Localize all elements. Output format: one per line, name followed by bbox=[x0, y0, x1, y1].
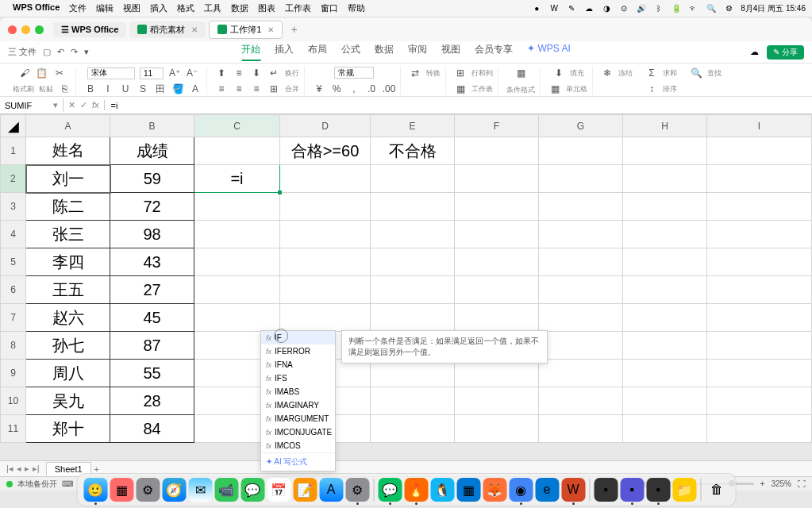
cloud-icon[interactable]: ☁ bbox=[750, 47, 759, 57]
qat-icon[interactable]: ↶ bbox=[57, 47, 64, 57]
cell[interactable] bbox=[623, 248, 707, 276]
cell[interactable] bbox=[539, 360, 623, 387]
merge-icon[interactable]: ⊞ bbox=[267, 83, 280, 95]
status-icon[interactable]: ● bbox=[531, 3, 542, 14]
cell[interactable]: 陈二 bbox=[26, 193, 110, 221]
cell[interactable] bbox=[194, 248, 280, 276]
dock-app[interactable]: 🔥 bbox=[404, 478, 428, 502]
cell[interactable] bbox=[707, 137, 812, 165]
clock[interactable]: 8月4日 周五 15:46 bbox=[741, 3, 806, 14]
cell[interactable] bbox=[539, 165, 623, 193]
cell[interactable] bbox=[280, 193, 371, 221]
row-header[interactable]: 6 bbox=[1, 276, 26, 304]
dock-firefox[interactable]: 🦊 bbox=[483, 478, 506, 502]
col-header-H[interactable]: H bbox=[623, 115, 707, 137]
cell[interactable] bbox=[623, 276, 707, 304]
accept-formula-icon[interactable]: ✓ bbox=[80, 100, 87, 110]
dock-mail[interactable]: ✉ bbox=[188, 478, 212, 502]
zoom-value[interactable]: 325% bbox=[771, 479, 791, 488]
cell[interactable] bbox=[623, 415, 707, 443]
cell[interactable] bbox=[455, 248, 539, 276]
search-icon[interactable]: 🔍 bbox=[706, 3, 717, 14]
row-header[interactable]: 5 bbox=[1, 248, 26, 276]
share-button[interactable]: ✎ 分享 bbox=[767, 45, 804, 60]
font-name-select[interactable] bbox=[87, 67, 135, 79]
convert-icon[interactable]: ⇄ bbox=[409, 67, 421, 79]
cell[interactable]: 李四 bbox=[26, 248, 110, 276]
cell[interactable] bbox=[623, 360, 707, 387]
spreadsheet-grid[interactable]: ◢ A B C D E F G H I 1 姓名 成绩 合格>=60 不合格 2… bbox=[0, 114, 812, 443]
cell[interactable]: 孙七 bbox=[26, 332, 110, 360]
qat-icon[interactable]: ▢ bbox=[43, 47, 51, 57]
cell[interactable] bbox=[280, 221, 371, 248]
italic-icon[interactable]: I bbox=[102, 83, 114, 95]
font-size-select[interactable] bbox=[140, 67, 164, 79]
maximize-window-button[interactable] bbox=[35, 25, 44, 34]
wifi-icon[interactable]: ᯤ bbox=[688, 3, 699, 14]
cell[interactable]: 55 bbox=[110, 360, 194, 387]
decimal-inc-icon[interactable]: .0 bbox=[365, 83, 378, 95]
cell[interactable] bbox=[194, 304, 280, 332]
menu-help[interactable]: 帮助 bbox=[348, 2, 365, 14]
cell[interactable] bbox=[280, 304, 371, 332]
cell[interactable] bbox=[455, 221, 539, 248]
dock-app[interactable]: ▪ bbox=[620, 478, 644, 502]
cell[interactable] bbox=[623, 387, 707, 415]
wechat-icon[interactable]: ◑ bbox=[601, 3, 612, 14]
menu-window[interactable]: 窗口 bbox=[321, 2, 338, 14]
cell[interactable] bbox=[539, 137, 623, 165]
table-icon[interactable]: ▦ bbox=[514, 67, 527, 79]
underline-icon[interactable]: U bbox=[119, 83, 132, 95]
align-top-icon[interactable]: ⬆ bbox=[215, 67, 228, 79]
cell[interactable] bbox=[539, 415, 623, 443]
cell[interactable]: 84 bbox=[110, 415, 194, 443]
input-mode-icon[interactable]: ⌨ bbox=[62, 479, 73, 488]
ribbon-tab-vip[interactable]: 会员专享 bbox=[475, 43, 513, 61]
close-tab-icon[interactable]: ✕ bbox=[267, 25, 274, 34]
ribbon-tab-review[interactable]: 审阅 bbox=[408, 43, 427, 61]
cell[interactable]: 成绩 bbox=[110, 137, 194, 165]
add-sheet-button[interactable]: + bbox=[94, 464, 99, 474]
row-header[interactable]: 11 bbox=[1, 415, 26, 443]
cell[interactable] bbox=[455, 165, 539, 193]
cell[interactable]: 不合格 bbox=[371, 137, 455, 165]
row-header[interactable]: 7 bbox=[1, 304, 26, 332]
col-header-B[interactable]: B bbox=[110, 115, 194, 137]
dock-facetime[interactable]: 📹 bbox=[214, 478, 238, 502]
autocomplete-item[interactable]: fxIF bbox=[261, 331, 335, 344]
worksheet-icon[interactable]: ▦ bbox=[454, 83, 467, 95]
cell[interactable]: 98 bbox=[110, 221, 194, 248]
cell[interactable] bbox=[371, 387, 455, 415]
copy-icon[interactable]: ⎘ bbox=[58, 83, 71, 95]
cell[interactable] bbox=[707, 276, 812, 304]
new-tab-button[interactable]: + bbox=[291, 23, 297, 36]
close-window-button[interactable] bbox=[8, 25, 17, 34]
sheet-nav-first[interactable]: |◂ bbox=[6, 464, 13, 474]
row-header[interactable]: 9 bbox=[1, 360, 26, 387]
cell[interactable] bbox=[371, 276, 455, 304]
cell[interactable]: 59 bbox=[110, 165, 194, 193]
ribbon-tab-formula[interactable]: 公式 bbox=[341, 43, 360, 61]
menu-file[interactable]: 文件 bbox=[69, 2, 87, 14]
cell[interactable]: 周八 bbox=[26, 360, 110, 387]
cell[interactable] bbox=[455, 137, 539, 165]
cell[interactable]: 87 bbox=[110, 332, 194, 360]
status-icon[interactable]: ✎ bbox=[566, 3, 577, 14]
sheet-nav-prev[interactable]: ◂ bbox=[17, 464, 21, 474]
dock-prefs[interactable]: ⚙ bbox=[345, 478, 369, 502]
cell[interactable] bbox=[623, 193, 707, 221]
autocomplete-item[interactable]: fxIMARGUMENT bbox=[261, 412, 335, 425]
cell[interactable] bbox=[455, 193, 539, 221]
border-icon[interactable]: 田 bbox=[154, 83, 167, 95]
autocomplete-item[interactable]: fxIFERROR bbox=[261, 344, 335, 358]
menu-edit[interactable]: 编辑 bbox=[96, 2, 114, 14]
cell[interactable] bbox=[371, 165, 455, 193]
increase-font-icon[interactable]: A⁺ bbox=[168, 67, 181, 79]
cell[interactable] bbox=[623, 221, 707, 248]
sheet-nav-last[interactable]: ▸| bbox=[33, 464, 40, 474]
autocomplete-item[interactable]: fxIFNA bbox=[261, 358, 335, 371]
cell[interactable] bbox=[539, 387, 623, 415]
menu-format[interactable]: 格式 bbox=[177, 2, 194, 14]
cell[interactable]: 姓名 bbox=[26, 137, 110, 165]
find-icon[interactable]: 🔍 bbox=[690, 67, 702, 79]
